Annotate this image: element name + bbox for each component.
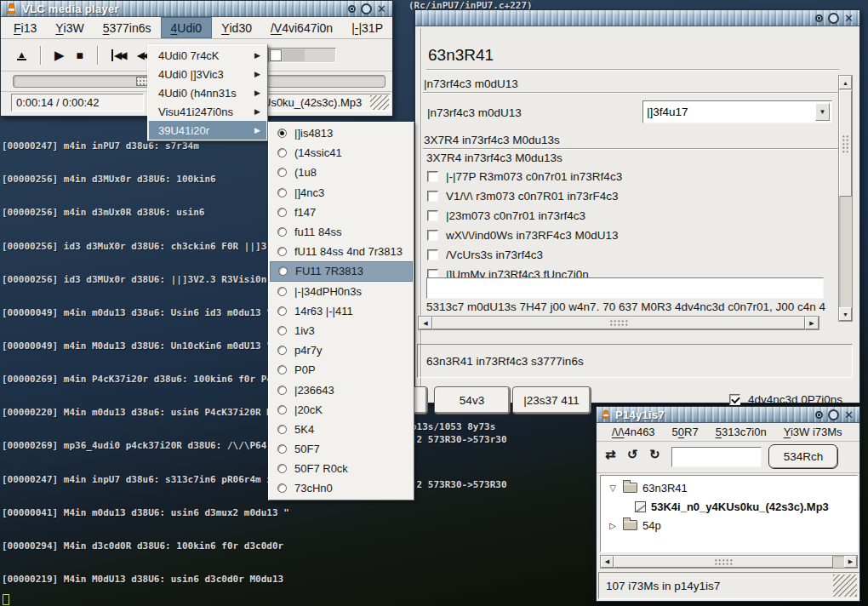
collapse-icon[interactable]: ▽ <box>608 483 618 493</box>
scroll-left-icon[interactable]: ◀ <box>419 317 432 329</box>
reset-all-button[interactable]: |23s37 411 <box>513 387 591 414</box>
advanced-options-checkbox[interactable]: 4dv4nc3d 0P7i0ns <box>729 392 842 406</box>
preset-reggae[interactable]: |236643 <box>270 380 413 399</box>
menu-item-audio-channels[interactable]: 4Udi0 (h4nn31s▶ <box>149 83 266 102</box>
menu-selection[interactable]: 5313c7i0n <box>707 426 775 438</box>
preset-live[interactable]: 1iv3 <box>270 321 413 340</box>
scrollbar-thumb[interactable] <box>432 317 805 329</box>
checkbox-icon[interactable] <box>427 230 438 241</box>
close-button[interactable]: ✕ <box>844 13 854 24</box>
preset-softrock[interactable]: 50F7 R0ck <box>270 459 413 478</box>
menu-item-audio-device[interactable]: 4Udi0 |]3Vic3▶ <box>149 65 266 83</box>
preset-fulltreble[interactable]: FU11 7R3813 <box>270 261 413 281</box>
preset-fullbasstreble[interactable]: fU11 84ss 4nd 7r3813 <box>270 242 413 261</box>
previous-button[interactable]: ◀◀ <box>106 46 131 65</box>
playlist-search-input[interactable] <box>671 447 762 467</box>
expand-icon[interactable]: ▷ <box>608 521 618 530</box>
menu-help[interactable]: |-|31P <box>342 17 392 38</box>
scroll-down-icon[interactable]: ▼ <box>839 307 852 321</box>
checkbox-icon[interactable] <box>427 210 438 221</box>
scrollbar-thumb[interactable] <box>839 90 852 197</box>
checkbox-remote-control[interactable]: |23m073 c0n7r01 in73rf4c3 <box>427 209 585 222</box>
submenu-arrow-icon: ▶ <box>254 89 260 97</box>
tree-item-current-track[interactable]: 53K4i_n0_y4KUs0ku_(42s3c).Mp3 <box>601 498 829 515</box>
checkbox-http-remote[interactable]: |-|77P R3m073 c0n7r01 in73Rf4c3 <box>427 169 622 183</box>
maximize-button[interactable] <box>828 409 839 420</box>
rewind-icon: ◀◀ <box>137 49 148 61</box>
menu-audio[interactable]: 4Udi0 <box>161 17 213 38</box>
eject-button[interactable]: ▲ <box>11 47 32 64</box>
close-button[interactable]: ✕ <box>377 3 386 14</box>
resize-grip[interactable] <box>833 575 857 597</box>
menu-manage[interactable]: /\/\4n463 <box>603 426 664 438</box>
playlist-horizontal-scrollbar[interactable]: ◀ ▶ <box>600 555 858 569</box>
scrollbar-thumb[interactable] <box>614 556 833 568</box>
menu-settings[interactable]: 5377in6s <box>94 17 161 38</box>
preset-pop[interactable]: P0P <box>270 360 413 380</box>
stop-button[interactable]: ■ <box>70 45 89 66</box>
menu-item-visualizations[interactable]: Visu41i247i0ns▶ <box>149 102 266 121</box>
combobox-arrow-icon[interactable]: ▼ <box>815 103 830 121</box>
menu-sort[interactable]: 50R7 <box>664 426 707 438</box>
scroll-right-icon[interactable]: ▶ <box>805 317 819 329</box>
playlist-titlebar[interactable]: P14y1is7 ✕ <box>597 407 859 423</box>
checkbox-ncurses[interactable]: /VcUrs3s in73rf4c3 <box>427 248 543 261</box>
tree-group-sap[interactable]: ▷ 54p <box>601 517 661 534</box>
menu-navigation[interactable]: /V4vi647i0n <box>261 17 342 38</box>
menu-view[interactable]: Yi3W <box>46 17 93 38</box>
maximize-button[interactable] <box>361 3 372 14</box>
menu-file[interactable]: Fi13 <box>4 17 46 38</box>
preset-largehall[interactable]: 14r63 |-|411 <box>270 301 413 321</box>
scroll-up-icon[interactable]: ▲ <box>839 76 852 89</box>
shade-button[interactable] <box>815 411 823 419</box>
preset-club[interactable]: (1u8 <box>270 163 413 182</box>
extra-modules-input[interactable] <box>426 277 824 299</box>
shade-button[interactable] <box>815 14 823 22</box>
tree-group-general[interactable]: ▽ 63n3R41 <box>601 479 688 496</box>
search-button[interactable]: 534Rch <box>768 444 838 469</box>
vertical-scrollbar[interactable]: ▲ ▼ <box>838 75 853 322</box>
preset-classical[interactable]: (14ssic41 <box>270 143 413 163</box>
repeat-icon[interactable]: ↻ <box>649 447 660 462</box>
thumb-grip <box>609 319 628 327</box>
vlc-titlebar[interactable]: VLC media player ✕ <box>1 1 392 17</box>
preset-disable[interactable]: |]is4813 <box>270 123 413 143</box>
maximize-button[interactable] <box>828 13 839 24</box>
preset-fullbass[interactable]: fu11 84ss <box>270 222 413 242</box>
checkbox-icon[interactable] <box>729 394 740 405</box>
preset-label: 5K4 <box>294 423 314 436</box>
checkbox-vlm-remote[interactable]: V1/\/\ r3m073 c0n7R01 in73rF4c3 <box>427 189 619 203</box>
preset-party[interactable]: p4r7y <box>270 340 413 360</box>
menu-video[interactable]: Yid30 <box>212 17 261 38</box>
audio-dropdown-menu: 4Udi0 7r4cK▶ 4Udi0 |]3Vic3▶ 4Udi0 (h4nn3… <box>147 44 268 141</box>
volume-slider-handle[interactable] <box>270 49 282 61</box>
volume-slider[interactable] <box>268 48 336 63</box>
shade-button[interactable] <box>348 5 356 13</box>
random-icon[interactable]: ⇄ <box>605 447 616 462</box>
preset-headphones[interactable]: |-|34dPH0n3s <box>270 282 413 301</box>
preset-rock[interactable]: |20cK <box>270 400 413 420</box>
preset-dance[interactable]: |]4nc3 <box>270 183 413 203</box>
preset-ska[interactable]: 5K4 <box>270 420 413 439</box>
scroll-right-icon[interactable]: ▶ <box>844 556 857 568</box>
menu-item-equalizer[interactable]: 39U41i20r▶ <box>149 121 266 140</box>
menu-item-audio-track[interactable]: 4Udi0 7r4cK▶ <box>149 46 266 65</box>
loop-icon[interactable]: ↺ <box>627 447 638 462</box>
preset-techno[interactable]: 73cHn0 <box>270 478 413 498</box>
checkbox-wxwindows[interactable]: wX\/\/ind0Ws in73RF4c3 M0dU13 <box>427 228 619 242</box>
preset-soft[interactable]: 50F7 <box>270 439 413 459</box>
preset-flat[interactable]: f147 <box>270 203 413 222</box>
save-button[interactable]: 54v3 <box>435 387 510 414</box>
interface-module-combobox[interactable]: |]3f4u17 ▼ <box>642 100 832 123</box>
preferences-titlebar[interactable]: ✕ <box>415 10 859 26</box>
checkbox-icon[interactable] <box>427 249 438 260</box>
checkbox-icon[interactable] <box>427 191 438 202</box>
menu-view-items[interactable]: Yi3W i73Ms <box>775 426 851 438</box>
scroll-left-icon[interactable]: ◀ <box>601 556 614 568</box>
horizontal-scrollbar[interactable]: ◀ ▶ <box>418 316 819 330</box>
volume-slider-fill <box>283 49 305 61</box>
tree-group-label: 54p <box>642 519 661 532</box>
checkbox-icon[interactable] <box>427 171 438 182</box>
close-button[interactable]: ✕ <box>844 409 854 420</box>
play-button[interactable]: ▶ <box>49 44 71 66</box>
